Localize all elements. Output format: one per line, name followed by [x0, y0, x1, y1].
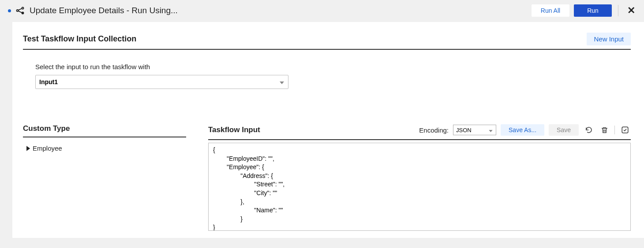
save-button: Save [549, 124, 579, 136]
taskflow-input-heading: Taskflow Input [208, 126, 260, 134]
panel-header: Test Taskflow Input Collection New Input [23, 33, 631, 50]
svg-rect-3 [622, 127, 628, 133]
input-select-field[interactable] [35, 75, 288, 89]
divider [618, 5, 618, 16]
undo-button[interactable] [583, 124, 595, 136]
encoding-select[interactable] [453, 125, 496, 135]
custom-type-heading: Custom Type [23, 124, 186, 137]
unsaved-indicator-dot [8, 9, 11, 12]
caret-right-icon: ▶ [26, 144, 30, 152]
input-select-label: Select the input to run the taskflow wit… [35, 63, 631, 70]
taskflow-icon [15, 6, 25, 15]
page-title: Update Employee Details - Run Using... [30, 6, 178, 15]
svg-point-0 [17, 10, 19, 11]
svg-point-2 [22, 12, 23, 14]
run-all-button[interactable]: Run All [532, 4, 569, 17]
tree-item-employee[interactable]: ▶ Employee [23, 144, 186, 152]
divider [614, 126, 615, 134]
validate-button[interactable] [619, 124, 631, 136]
delete-button[interactable] [599, 125, 610, 136]
new-input-button[interactable]: New Input [587, 33, 631, 45]
panel-title: Test Taskflow Input Collection [23, 34, 587, 44]
main-panel: Test Taskflow Input Collection New Input… [12, 22, 644, 238]
header-actions: Run All Run ✕ [532, 4, 638, 17]
encoding-label: Encoding: [419, 126, 449, 134]
input-select[interactable] [35, 75, 288, 89]
tree-item-label: Employee [33, 144, 62, 152]
taskflow-input-column: Taskflow Input Encoding: Save As... Save [208, 124, 631, 232]
header-left: Update Employee Details - Run Using... [8, 6, 532, 15]
custom-type-column: Custom Type ▶ Employee [23, 124, 186, 232]
save-as-button[interactable]: Save As... [501, 124, 544, 136]
svg-point-1 [22, 7, 23, 9]
columns: Custom Type ▶ Employee Taskflow Input En… [23, 124, 631, 232]
close-icon[interactable]: ✕ [625, 5, 638, 16]
run-button[interactable]: Run [574, 4, 612, 17]
header-bar: Update Employee Details - Run Using... R… [0, 0, 644, 22]
taskflow-input-header-row: Taskflow Input Encoding: Save As... Save [208, 124, 631, 140]
json-input-textarea[interactable] [208, 143, 631, 231]
